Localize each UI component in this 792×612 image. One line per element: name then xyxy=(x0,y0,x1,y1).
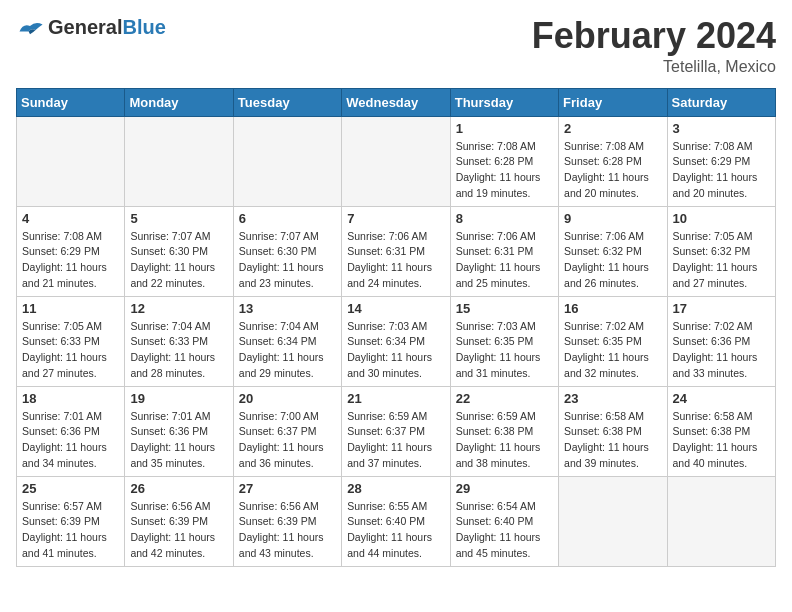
day-info: Sunrise: 7:07 AMSunset: 6:30 PMDaylight:… xyxy=(239,229,336,292)
day-info: Sunrise: 6:55 AMSunset: 6:40 PMDaylight:… xyxy=(347,499,444,562)
calendar-cell xyxy=(667,476,775,566)
calendar-cell: 9Sunrise: 7:06 AMSunset: 6:32 PMDaylight… xyxy=(559,206,667,296)
calendar-cell: 23Sunrise: 6:58 AMSunset: 6:38 PMDayligh… xyxy=(559,386,667,476)
day-info: Sunrise: 7:08 AMSunset: 6:28 PMDaylight:… xyxy=(456,139,553,202)
day-number: 8 xyxy=(456,211,553,226)
calendar-cell: 18Sunrise: 7:01 AMSunset: 6:36 PMDayligh… xyxy=(17,386,125,476)
day-info: Sunrise: 7:02 AMSunset: 6:35 PMDaylight:… xyxy=(564,319,661,382)
day-info: Sunrise: 7:00 AMSunset: 6:37 PMDaylight:… xyxy=(239,409,336,472)
calendar-cell xyxy=(342,116,450,206)
day-number: 22 xyxy=(456,391,553,406)
day-info: Sunrise: 7:04 AMSunset: 6:34 PMDaylight:… xyxy=(239,319,336,382)
day-number: 17 xyxy=(673,301,770,316)
day-number: 16 xyxy=(564,301,661,316)
calendar-cell: 20Sunrise: 7:00 AMSunset: 6:37 PMDayligh… xyxy=(233,386,341,476)
calendar-cell: 22Sunrise: 6:59 AMSunset: 6:38 PMDayligh… xyxy=(450,386,558,476)
calendar-cell: 5Sunrise: 7:07 AMSunset: 6:30 PMDaylight… xyxy=(125,206,233,296)
calendar-cell: 11Sunrise: 7:05 AMSunset: 6:33 PMDayligh… xyxy=(17,296,125,386)
day-number: 25 xyxy=(22,481,119,496)
day-info: Sunrise: 6:59 AMSunset: 6:37 PMDaylight:… xyxy=(347,409,444,472)
day-info: Sunrise: 6:58 AMSunset: 6:38 PMDaylight:… xyxy=(564,409,661,472)
calendar-cell: 8Sunrise: 7:06 AMSunset: 6:31 PMDaylight… xyxy=(450,206,558,296)
calendar-cell: 13Sunrise: 7:04 AMSunset: 6:34 PMDayligh… xyxy=(233,296,341,386)
day-number: 2 xyxy=(564,121,661,136)
calendar-header-row: SundayMondayTuesdayWednesdayThursdayFrid… xyxy=(17,88,776,116)
day-header-sunday: Sunday xyxy=(17,88,125,116)
calendar-week-1: 1Sunrise: 7:08 AMSunset: 6:28 PMDaylight… xyxy=(17,116,776,206)
calendar-cell xyxy=(17,116,125,206)
page-header: GeneralBlue February 2024 Tetelilla, Mex… xyxy=(16,16,776,76)
day-info: Sunrise: 7:08 AMSunset: 6:28 PMDaylight:… xyxy=(564,139,661,202)
day-number: 7 xyxy=(347,211,444,226)
day-info: Sunrise: 7:06 AMSunset: 6:32 PMDaylight:… xyxy=(564,229,661,292)
title-block: February 2024 Tetelilla, Mexico xyxy=(532,16,776,76)
day-info: Sunrise: 6:56 AMSunset: 6:39 PMDaylight:… xyxy=(239,499,336,562)
calendar-cell: 26Sunrise: 6:56 AMSunset: 6:39 PMDayligh… xyxy=(125,476,233,566)
day-info: Sunrise: 6:56 AMSunset: 6:39 PMDaylight:… xyxy=(130,499,227,562)
calendar-cell: 2Sunrise: 7:08 AMSunset: 6:28 PMDaylight… xyxy=(559,116,667,206)
logo-general: General xyxy=(48,16,122,38)
day-number: 18 xyxy=(22,391,119,406)
day-number: 14 xyxy=(347,301,444,316)
day-number: 21 xyxy=(347,391,444,406)
day-info: Sunrise: 6:58 AMSunset: 6:38 PMDaylight:… xyxy=(673,409,770,472)
day-number: 10 xyxy=(673,211,770,226)
day-info: Sunrise: 6:54 AMSunset: 6:40 PMDaylight:… xyxy=(456,499,553,562)
day-info: Sunrise: 7:02 AMSunset: 6:36 PMDaylight:… xyxy=(673,319,770,382)
day-number: 3 xyxy=(673,121,770,136)
day-info: Sunrise: 7:03 AMSunset: 6:34 PMDaylight:… xyxy=(347,319,444,382)
month-title: February 2024 xyxy=(532,16,776,56)
day-number: 19 xyxy=(130,391,227,406)
calendar-cell: 1Sunrise: 7:08 AMSunset: 6:28 PMDaylight… xyxy=(450,116,558,206)
day-number: 26 xyxy=(130,481,227,496)
day-number: 29 xyxy=(456,481,553,496)
day-number: 20 xyxy=(239,391,336,406)
calendar-cell: 6Sunrise: 7:07 AMSunset: 6:30 PMDaylight… xyxy=(233,206,341,296)
day-header-monday: Monday xyxy=(125,88,233,116)
calendar-cell: 10Sunrise: 7:05 AMSunset: 6:32 PMDayligh… xyxy=(667,206,775,296)
day-header-thursday: Thursday xyxy=(450,88,558,116)
location: Tetelilla, Mexico xyxy=(532,58,776,76)
calendar-cell: 21Sunrise: 6:59 AMSunset: 6:37 PMDayligh… xyxy=(342,386,450,476)
calendar-cell: 7Sunrise: 7:06 AMSunset: 6:31 PMDaylight… xyxy=(342,206,450,296)
day-info: Sunrise: 7:08 AMSunset: 6:29 PMDaylight:… xyxy=(673,139,770,202)
day-number: 4 xyxy=(22,211,119,226)
calendar-cell: 16Sunrise: 7:02 AMSunset: 6:35 PMDayligh… xyxy=(559,296,667,386)
calendar-week-2: 4Sunrise: 7:08 AMSunset: 6:29 PMDaylight… xyxy=(17,206,776,296)
day-number: 13 xyxy=(239,301,336,316)
day-number: 28 xyxy=(347,481,444,496)
day-info: Sunrise: 7:06 AMSunset: 6:31 PMDaylight:… xyxy=(347,229,444,292)
calendar-week-4: 18Sunrise: 7:01 AMSunset: 6:36 PMDayligh… xyxy=(17,386,776,476)
logo-bird-icon xyxy=(16,17,44,39)
day-info: Sunrise: 7:06 AMSunset: 6:31 PMDaylight:… xyxy=(456,229,553,292)
day-header-tuesday: Tuesday xyxy=(233,88,341,116)
day-info: Sunrise: 6:59 AMSunset: 6:38 PMDaylight:… xyxy=(456,409,553,472)
calendar-cell xyxy=(233,116,341,206)
day-header-saturday: Saturday xyxy=(667,88,775,116)
calendar-cell: 14Sunrise: 7:03 AMSunset: 6:34 PMDayligh… xyxy=(342,296,450,386)
day-info: Sunrise: 6:57 AMSunset: 6:39 PMDaylight:… xyxy=(22,499,119,562)
calendar-cell: 19Sunrise: 7:01 AMSunset: 6:36 PMDayligh… xyxy=(125,386,233,476)
calendar-week-5: 25Sunrise: 6:57 AMSunset: 6:39 PMDayligh… xyxy=(17,476,776,566)
calendar-cell: 24Sunrise: 6:58 AMSunset: 6:38 PMDayligh… xyxy=(667,386,775,476)
day-info: Sunrise: 7:01 AMSunset: 6:36 PMDaylight:… xyxy=(130,409,227,472)
calendar-cell: 25Sunrise: 6:57 AMSunset: 6:39 PMDayligh… xyxy=(17,476,125,566)
day-number: 12 xyxy=(130,301,227,316)
day-number: 1 xyxy=(456,121,553,136)
day-number: 27 xyxy=(239,481,336,496)
calendar-cell: 15Sunrise: 7:03 AMSunset: 6:35 PMDayligh… xyxy=(450,296,558,386)
day-number: 23 xyxy=(564,391,661,406)
calendar-cell: 17Sunrise: 7:02 AMSunset: 6:36 PMDayligh… xyxy=(667,296,775,386)
day-number: 5 xyxy=(130,211,227,226)
day-number: 9 xyxy=(564,211,661,226)
calendar-table: SundayMondayTuesdayWednesdayThursdayFrid… xyxy=(16,88,776,567)
logo: GeneralBlue xyxy=(16,16,166,39)
calendar-cell: 28Sunrise: 6:55 AMSunset: 6:40 PMDayligh… xyxy=(342,476,450,566)
day-number: 6 xyxy=(239,211,336,226)
day-number: 15 xyxy=(456,301,553,316)
day-info: Sunrise: 7:08 AMSunset: 6:29 PMDaylight:… xyxy=(22,229,119,292)
calendar-cell xyxy=(559,476,667,566)
logo-blue: Blue xyxy=(122,16,165,38)
day-info: Sunrise: 7:04 AMSunset: 6:33 PMDaylight:… xyxy=(130,319,227,382)
day-number: 11 xyxy=(22,301,119,316)
